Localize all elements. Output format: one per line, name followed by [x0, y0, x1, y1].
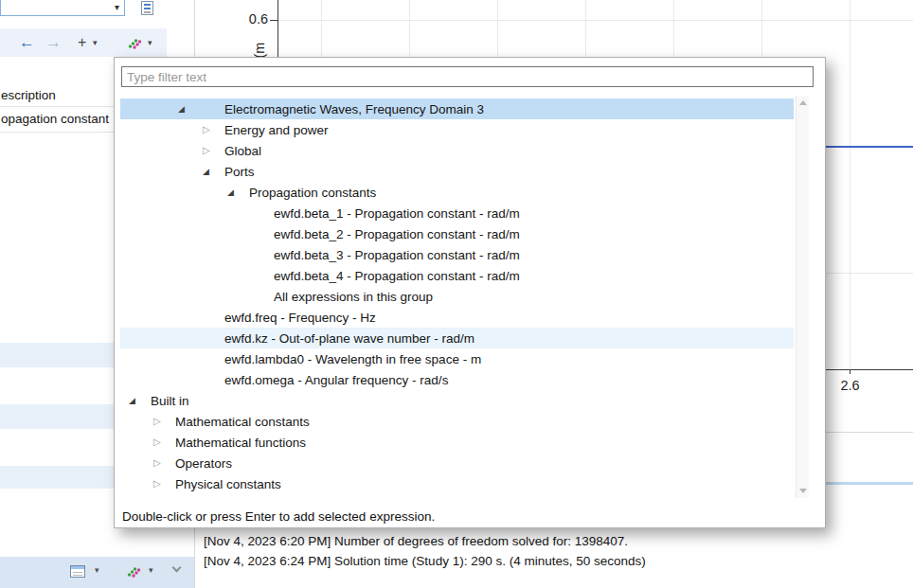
scatter-plot-icon	[126, 563, 141, 579]
settings-label: escription	[1, 88, 56, 102]
application-window: 0.6 (m 2.6 ▾ ← → + ▾ ▾ escription	[0, 0, 913, 588]
tree-item[interactable]: All expressions in this group	[120, 286, 794, 307]
tree-item[interactable]: ▷Global	[120, 140, 794, 161]
tree-expanded-icon[interactable]: ◢	[203, 161, 209, 182]
tree-item[interactable]: ewfd.freq - Frequency - Hz	[120, 307, 794, 328]
plot-curve	[820, 146, 913, 148]
highlight-strip	[0, 466, 114, 489]
tree-item[interactable]: ▷Mathematical functions	[120, 432, 794, 453]
plot-button[interactable]	[127, 35, 142, 50]
tree-collapsed-icon[interactable]: ▷	[153, 411, 161, 432]
tree-item[interactable]: ewfd.lambda0 - Wavelength in free space …	[120, 348, 794, 369]
y-axis-line	[277, 0, 278, 57]
graphics-toolbar: ← → + ▾ ▾	[0, 28, 167, 57]
scroll-up-button[interactable]	[797, 96, 810, 110]
tree-collapsed-icon[interactable]: ▷	[203, 140, 210, 161]
arrow-left-icon: ←	[19, 33, 35, 51]
messages-toolbar: ▾ ▾	[0, 557, 194, 588]
tree-expanded-icon[interactable]: ◢	[178, 98, 185, 119]
tree-item[interactable]: ewfd.beta_1 - Propagation constant - rad…	[120, 203, 794, 223]
settings-label: opagation constant	[1, 112, 109, 126]
triangle-down-icon	[799, 489, 807, 493]
tree-item-label: ewfd.beta_3 - Propagation constant - rad…	[274, 244, 520, 265]
preset-combobox[interactable]: ▾	[0, 0, 125, 16]
plot-gridline	[277, 20, 913, 21]
dialog-hint: Double-click or press Enter to add selec…	[122, 509, 435, 524]
expression-tree: ◢Electromagnetic Waves, Frequency Domain…	[120, 98, 794, 494]
highlight-strip	[0, 404, 114, 429]
chevron-down-icon: ▾	[93, 38, 98, 47]
tree-item-label: All expressions in this group	[274, 286, 433, 307]
tree-collapsed-icon[interactable]: ▷	[203, 119, 210, 140]
panel-divider	[826, 432, 913, 433]
divider	[0, 132, 114, 133]
tree-item-label: Propagation constants	[249, 182, 376, 203]
chevron-down-icon: ▾	[149, 565, 153, 575]
tree-item-label: ewfd.beta_1 - Propagation constant - rad…	[274, 203, 520, 223]
tree-item[interactable]: ◢Propagation constants	[120, 182, 794, 203]
table-button[interactable]	[138, 0, 157, 17]
x-axis-tick	[850, 369, 850, 374]
tree-item-label: Physical constants	[175, 473, 281, 494]
tree-scrollbar[interactable]	[796, 96, 809, 498]
tree-item-label: Mathematical functions	[175, 432, 306, 453]
table-dropdown-button[interactable]: ▾	[95, 565, 99, 575]
tree-expanded-icon[interactable]: ◢	[227, 182, 234, 203]
add-expression-dialog: ◢Electromagnetic Waves, Frequency Domain…	[114, 57, 826, 528]
log-line: [Nov 4, 2023 6:24 PM] Solution time (Stu…	[204, 554, 646, 568]
tree-item[interactable]: ◢Electromagnetic Waves, Frequency Domain…	[120, 98, 794, 119]
tree-expanded-icon[interactable]: ◢	[129, 390, 135, 411]
tree-item-label: ewfd.beta_2 - Propagation constant - rad…	[274, 223, 520, 244]
tree-item[interactable]: ▷Operators	[120, 453, 794, 473]
highlight-strip	[0, 343, 114, 367]
tree-item[interactable]: ewfd.omega - Angular frequency - rad/s	[120, 369, 794, 390]
selection-strip	[826, 482, 913, 485]
plot-gridline	[850, 0, 850, 369]
scatter-plot-icon	[127, 35, 142, 50]
chevron-down-icon: ▾	[95, 565, 99, 575]
tree-item-label: ewfd.beta_4 - Propagation constant - rad…	[274, 265, 520, 286]
tree-item-label: Operators	[175, 453, 232, 473]
tree-item-label: ewfd.freq - Frequency - Hz	[224, 307, 376, 328]
chevron-collapse-icon	[172, 563, 182, 573]
tree-item-label: Global	[224, 140, 261, 161]
add-dropdown-button[interactable]: ▾	[93, 28, 98, 57]
y-axis-tick-label: 0.6	[239, 11, 268, 27]
tree-item[interactable]: ◢Built in	[120, 390, 794, 411]
tree-item-label: Ports	[224, 161, 255, 182]
log-line: [Nov 4, 2023 6:20 PM] Number of degrees …	[204, 534, 628, 548]
x-axis-tick-label: 2.6	[835, 378, 865, 393]
arrow-right-icon: →	[45, 33, 62, 51]
tree-collapsed-icon[interactable]: ▷	[153, 473, 161, 494]
tree-item-label: ewfd.omega - Angular frequency - rad/s	[224, 369, 448, 390]
plot-dropdown-button[interactable]: ▾	[149, 565, 153, 575]
tree-item[interactable]: ▷Mathematical constants	[120, 411, 794, 432]
add-button[interactable]: +	[78, 28, 86, 57]
plot-button[interactable]	[126, 563, 141, 579]
tree-item[interactable]: ewfd.beta_4 - Propagation constant - rad…	[120, 265, 794, 286]
tree-item[interactable]: ◢Ports	[120, 161, 794, 182]
filter-input[interactable]	[121, 66, 814, 87]
plus-icon: +	[78, 34, 86, 50]
tree-item-label: Mathematical constants	[175, 411, 310, 432]
tree-item[interactable]: ewfd.beta_3 - Propagation constant - rad…	[120, 244, 794, 265]
collapse-panel-button[interactable]	[173, 564, 180, 571]
tree-item-label: Energy and power	[224, 119, 329, 140]
tree-item[interactable]: ewfd.beta_2 - Propagation constant - rad…	[120, 223, 794, 244]
chevron-down-icon: ▾	[148, 38, 152, 47]
plot-dropdown-button[interactable]: ▾	[148, 28, 152, 57]
tree-item-label: ewfd.lambda0 - Wavelength in free space …	[224, 348, 481, 369]
y-axis-title-fragment: (m	[252, 43, 267, 59]
table-window-button[interactable]	[70, 565, 87, 579]
tree-item-label: Built in	[151, 390, 189, 411]
triangle-up-icon	[799, 100, 807, 105]
tree-item[interactable]: ▷Energy and power	[120, 119, 794, 140]
tree-item[interactable]: ▷Physical constants	[120, 473, 794, 494]
tree-collapsed-icon[interactable]: ▷	[153, 432, 161, 453]
tree-collapsed-icon[interactable]: ▷	[153, 453, 161, 473]
chevron-down-icon[interactable]: ▾	[115, 2, 119, 12]
scroll-down-button[interactable]	[797, 484, 810, 498]
forward-button[interactable]: →	[45, 28, 62, 57]
back-button[interactable]: ←	[19, 28, 35, 57]
tree-item[interactable]: ewfd.kz - Out-of-plane wave number - rad…	[120, 328, 794, 348]
